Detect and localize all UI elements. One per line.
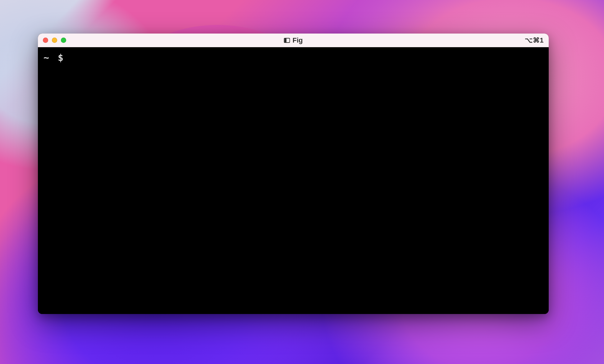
panel-icon xyxy=(284,38,290,43)
prompt-path: ~ xyxy=(43,52,49,64)
terminal-window: Fig ⌥⌘1 ~ $ xyxy=(38,34,549,314)
terminal-body[interactable]: ~ $ xyxy=(38,47,549,314)
terminal-input[interactable] xyxy=(67,52,543,63)
window-shortcut-hint: ⌥⌘1 xyxy=(525,36,544,44)
window-titlebar[interactable]: Fig ⌥⌘1 xyxy=(38,34,549,47)
maximize-button[interactable] xyxy=(61,38,66,43)
traffic-lights xyxy=(43,38,66,43)
prompt-line: ~ $ xyxy=(43,52,543,64)
prompt-symbol: $ xyxy=(58,52,63,64)
minimize-button[interactable] xyxy=(52,38,57,43)
window-title-group: Fig xyxy=(284,36,303,44)
svg-rect-1 xyxy=(285,39,287,42)
window-title: Fig xyxy=(293,36,303,44)
close-button[interactable] xyxy=(43,38,48,43)
